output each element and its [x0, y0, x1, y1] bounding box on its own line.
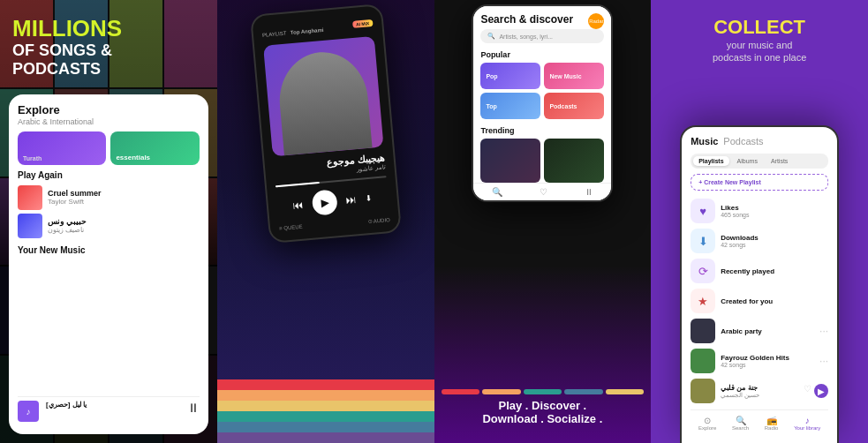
- collect-sub2: podcasts in one place: [661, 51, 857, 64]
- tab-podcasts[interactable]: Podcasts: [723, 136, 763, 146]
- playlist-name: Top Anghami: [290, 27, 323, 35]
- song-artist-2: ناصيف زيتون: [48, 226, 200, 234]
- last-heart[interactable]: ♡: [804, 384, 811, 398]
- audio-label[interactable]: ⊙ AUDIO: [367, 216, 390, 224]
- rainbow-green: [217, 411, 434, 422]
- song-name-2: حبيبي ونس: [48, 217, 200, 226]
- nav-library[interactable]: ♪ Your library: [794, 416, 820, 431]
- phone-3-bottom-bar: 🔍 ♡ ⏸: [473, 183, 611, 200]
- library-item-last[interactable]: جنة من قلبي حسين الجسمي ♡ ▶: [691, 376, 828, 406]
- downloads-info: Downloads 42 songs: [721, 234, 828, 248]
- panel-2: PLAYLIST Top Anghami AI MIX هيجيبك موجوع…: [217, 0, 434, 443]
- seg-playlists[interactable]: Playlists: [693, 156, 728, 166]
- recent-icon: ⟳: [691, 259, 715, 283]
- genre-podcasts[interactable]: Podcasts: [544, 93, 604, 119]
- search-bar[interactable]: 🔍 Artists, songs, lyri...: [480, 29, 604, 43]
- explore-subtitle: Arabic & International: [18, 117, 200, 126]
- playlist-info: PLAYLIST Top Anghami: [261, 19, 324, 41]
- nav-explore[interactable]: ⊙ Explore: [698, 416, 716, 431]
- tab-music[interactable]: Music: [691, 136, 718, 146]
- arabic-name: Arabic party: [721, 327, 814, 335]
- nav-radio[interactable]: 📻 Radio: [765, 416, 779, 431]
- download-button[interactable]: ⬇: [365, 194, 373, 204]
- card-purple: Turath: [18, 131, 106, 165]
- play-button[interactable]: ▶: [311, 189, 337, 215]
- pause-icon[interactable]: ⏸: [187, 401, 200, 422]
- genre-top[interactable]: Top: [480, 93, 540, 119]
- radio-nav-icon: 📻: [765, 416, 779, 425]
- golden-sub: 42 songs: [721, 362, 814, 368]
- phone-mockup-3: Search & discover Radar 🔍 Artists, songs…: [472, 4, 613, 202]
- trending-label: Trending: [473, 123, 611, 139]
- phone-4-container: Music Podcasts Playlists Albums Artists …: [680, 125, 839, 443]
- card-green-label: essentials: [116, 154, 150, 161]
- last-controls: ♡ ▶: [804, 384, 828, 398]
- explore-nav-icon: ⊙: [698, 416, 716, 425]
- play-again-section: Play Again Cruel summer Taylor Swift حبي…: [18, 170, 200, 240]
- explore-nav-label: Explore: [698, 425, 716, 431]
- strip-yellow: [606, 389, 645, 394]
- arabic-more[interactable]: ···: [819, 325, 828, 337]
- download-icon: ⬇: [691, 229, 715, 253]
- golden-more[interactable]: ···: [819, 355, 828, 367]
- recent-name: Recently played: [721, 267, 828, 275]
- phone-mockup-4: Music Podcasts Playlists Albums Artists …: [680, 125, 839, 443]
- seg-artists[interactable]: Artists: [766, 156, 793, 166]
- seg-albums[interactable]: Albums: [732, 156, 763, 166]
- color-strips: [434, 389, 652, 394]
- millions-text: MILLIONS: [12, 16, 205, 41]
- bottom-song-name: يا ليل [حصري]: [46, 401, 180, 409]
- podcasts-label: Podcasts: [549, 103, 577, 109]
- explore-header: Explore Arabic & International: [18, 103, 200, 126]
- genre-pop[interactable]: Pop: [480, 63, 540, 89]
- library-item-created[interactable]: ★ Created for you: [691, 286, 828, 316]
- queue-label[interactable]: ≡ QUEUE: [279, 224, 303, 232]
- last-name: جنة من قلبي: [721, 384, 798, 392]
- created-info: Created for you: [721, 297, 828, 305]
- phone-2-container: PLAYLIST Top Anghami AI MIX هيجيبك موجوع…: [250, 4, 402, 244]
- tagline-line-2: Download . Socialize .: [434, 412, 652, 425]
- play-again-title: Play Again: [18, 170, 200, 180]
- next-button[interactable]: ⏭: [345, 193, 357, 206]
- explore-title: Explore: [18, 103, 200, 116]
- nav-search[interactable]: 🔍 Search: [732, 416, 749, 431]
- genre-new-music[interactable]: New Music: [544, 63, 604, 89]
- library-item-downloads[interactable]: ⬇ Downloads 42 songs: [691, 226, 828, 256]
- panel-1-content: MILLIONS OF SONGS & PODCASTS Explore Ara…: [0, 0, 217, 443]
- search-title: Search & discover: [480, 13, 573, 26]
- phone-3-container: Search & discover Radar 🔍 Artists, songs…: [472, 4, 613, 202]
- library-tabs: Music Podcasts: [691, 136, 828, 146]
- library-item-arabic[interactable]: Arabic party ···: [691, 316, 828, 346]
- phone-3-header: Search & discover Radar 🔍 Artists, songs…: [473, 6, 611, 47]
- trending-grid: [473, 139, 611, 183]
- library-item-recent[interactable]: ⟳ Recently played: [691, 256, 828, 286]
- last-info: جنة من قلبي حسين الجسمي: [721, 384, 798, 399]
- song-thumb-1: [18, 185, 42, 210]
- popular-label: Popular: [480, 50, 604, 59]
- search-placeholder: Artists, songs, lyri...: [499, 34, 553, 40]
- radar-badge[interactable]: Radar: [588, 13, 604, 29]
- search-nav-icon[interactable]: 🔍: [492, 187, 502, 197]
- player-controls: ⏮ ▶ ⏭ ⬇: [275, 184, 389, 219]
- likes-name: Likes: [721, 204, 828, 212]
- song-row-1: Cruel summer Taylor Swift: [18, 184, 200, 212]
- pause-nav-icon[interactable]: ⏸: [585, 187, 593, 197]
- strip-orange: [482, 389, 521, 394]
- song-info-1: Cruel summer Taylor Swift: [48, 189, 200, 206]
- rainbow-arc: [217, 302, 434, 443]
- trending-card-1: [480, 139, 540, 183]
- song-thumb-2: [18, 214, 42, 238]
- heart-nav-icon[interactable]: ♡: [540, 187, 547, 197]
- strip-green: [524, 389, 562, 394]
- card-green: essentials: [110, 131, 199, 165]
- library-item-golden[interactable]: Fayrouz Golden Hits 42 songs ···: [691, 346, 828, 376]
- library-item-likes[interactable]: ♥ Likes 465 songs: [691, 196, 828, 226]
- collect-sub1: your music and: [661, 39, 857, 51]
- prev-button[interactable]: ⏮: [292, 199, 304, 212]
- radar-label: Radar: [589, 19, 603, 24]
- create-playlist-button[interactable]: + Create New Playlist: [691, 174, 828, 191]
- segment-control: Playlists Albums Artists: [691, 154, 828, 169]
- popular-section: Popular: [473, 50, 611, 59]
- last-play[interactable]: ▶: [814, 384, 828, 398]
- golden-info: Fayrouz Golden Hits 42 songs: [721, 354, 814, 368]
